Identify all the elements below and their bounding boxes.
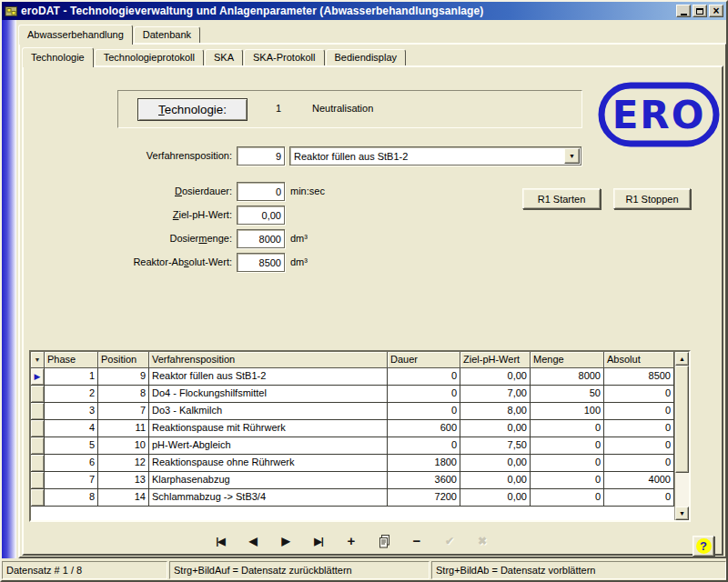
- cell-menge[interactable]: 0: [531, 437, 604, 455]
- ziel-ph-wert-input[interactable]: [237, 206, 285, 225]
- cell-absolut[interactable]: 0: [604, 420, 674, 437]
- table-row[interactable]: 814Schlammabzug -> StB3/472000,0000: [31, 489, 674, 507]
- cell-position[interactable]: 13: [98, 472, 149, 489]
- r1-starten-button[interactable]: R1 Starten: [522, 188, 601, 209]
- cell-absolut[interactable]: 8500: [604, 368, 674, 386]
- nav-post-button[interactable]: ✔: [433, 533, 466, 551]
- table-row[interactable]: 37Do3 - Kalkmilch08,001000: [31, 403, 674, 420]
- cell-ziel-ph-wert[interactable]: 0,00: [460, 368, 531, 386]
- cell-verfahrensposition[interactable]: Do4 - Flockungshilfsmittel: [149, 386, 388, 403]
- dosierdauer-input[interactable]: [237, 182, 285, 201]
- cell-verfahrensposition[interactable]: Schlammabzug -> StB3/4: [149, 489, 388, 507]
- column-header-dauer[interactable]: Dauer: [388, 352, 460, 368]
- cell-menge[interactable]: 50: [531, 386, 604, 403]
- cell-menge[interactable]: 8000: [531, 368, 604, 386]
- cell-phase[interactable]: 7: [45, 472, 98, 489]
- column-header-menge[interactable]: Menge: [531, 352, 604, 368]
- cell-menge[interactable]: 100: [531, 403, 604, 420]
- cell-dauer[interactable]: 7200: [388, 489, 460, 507]
- dosiermenge-input[interactable]: [237, 229, 285, 248]
- column-header-position[interactable]: Position: [98, 352, 149, 368]
- nav-copy-button[interactable]: [368, 533, 400, 551]
- cell-ziel-ph-wert[interactable]: 7,50: [460, 437, 531, 455]
- nav-first-button[interactable]: |◀: [204, 533, 237, 551]
- cell-dauer[interactable]: 0: [388, 403, 460, 420]
- subtab-ska-protokoll[interactable]: SKA-Protokoll: [244, 49, 324, 65]
- cell-phase[interactable]: 5: [45, 437, 98, 455]
- cell-ziel-ph-wert[interactable]: 0,00: [460, 489, 531, 507]
- scroll-down-button[interactable]: ▼: [675, 507, 689, 520]
- cell-phase[interactable]: 2: [45, 386, 98, 403]
- scroll-up-button[interactable]: ▲: [675, 352, 689, 366]
- subtab-bediendisplay[interactable]: Bediendisplay: [326, 49, 407, 65]
- cell-position[interactable]: 8: [98, 386, 149, 403]
- table-row[interactable]: ▶19Reaktor füllen aus StB1-200,008000850…: [31, 368, 674, 386]
- cell-menge[interactable]: 0: [531, 489, 604, 507]
- help-button[interactable]: ?: [693, 536, 714, 557]
- column-header-absolut[interactable]: Absolut: [604, 352, 674, 368]
- cell-absolut[interactable]: 0: [604, 455, 674, 472]
- cell-verfahrensposition[interactable]: Do3 - Kalkmilch: [149, 403, 388, 420]
- cell-ziel-ph-wert[interactable]: 0,00: [460, 472, 531, 489]
- cell-ziel-ph-wert[interactable]: 8,00: [460, 403, 531, 420]
- tab-datenbank[interactable]: Datenbank: [134, 26, 200, 43]
- combobox-dropdown-button[interactable]: ▼: [564, 148, 580, 164]
- cell-absolut[interactable]: 0: [604, 437, 674, 455]
- cell-menge[interactable]: 0: [531, 455, 604, 472]
- cell-ziel-ph-wert[interactable]: 0,00: [460, 420, 531, 437]
- nav-prior-button[interactable]: ◀: [237, 533, 269, 551]
- cell-phase[interactable]: 8: [45, 489, 98, 507]
- verfahrensposition-input[interactable]: [237, 146, 285, 166]
- cell-dauer[interactable]: 0: [388, 437, 460, 455]
- cell-menge[interactable]: 0: [531, 472, 604, 489]
- cell-phase[interactable]: 1: [45, 368, 98, 386]
- cell-phase[interactable]: 6: [45, 455, 98, 472]
- nav-delete-button[interactable]: −: [400, 533, 433, 551]
- verfahrensposition-combobox[interactable]: Reaktor füllen aus StB1-2 ▼: [289, 146, 581, 166]
- table-row[interactable]: 612Reaktionspause ohne Rührwerk18000,000…: [31, 455, 674, 472]
- cell-absolut[interactable]: 4000: [604, 472, 674, 489]
- technologie-button[interactable]: Technologie:: [137, 98, 248, 121]
- cell-position[interactable]: 14: [98, 489, 149, 507]
- cell-ziel-ph-wert[interactable]: 0,00: [460, 455, 531, 472]
- cell-absolut[interactable]: 0: [604, 403, 674, 420]
- cell-absolut[interactable]: 0: [604, 386, 674, 403]
- cell-absolut[interactable]: 0: [604, 489, 674, 507]
- cell-position[interactable]: 11: [98, 420, 149, 437]
- cell-phase[interactable]: 3: [45, 403, 98, 420]
- cell-dauer[interactable]: 3600: [388, 472, 460, 489]
- nav-insert-button[interactable]: +: [335, 533, 368, 551]
- r1-stoppen-button[interactable]: R1 Stoppen: [613, 188, 691, 209]
- titlebar[interactable]: eroDAT - Technologieverwaltung und Anlag…: [2, 2, 726, 20]
- cell-verfahrensposition[interactable]: Reaktionspause mit Rührwerk: [149, 420, 388, 437]
- table-row[interactable]: 713Klarphasenabzug36000,0004000: [31, 472, 674, 489]
- nav-last-button[interactable]: ▶|: [302, 533, 335, 551]
- cell-position[interactable]: 12: [98, 455, 149, 472]
- reaktor-absolut-wert-input[interactable]: [237, 253, 285, 272]
- cell-verfahrensposition[interactable]: Klarphasenabzug: [149, 472, 388, 489]
- table-row[interactable]: 411Reaktionspause mit Rührwerk6000,0000: [31, 420, 674, 437]
- column-header-ziel-ph-wert[interactable]: Ziel-pH-Wert: [460, 352, 531, 368]
- cell-menge[interactable]: 0: [531, 420, 604, 437]
- column-header-phase[interactable]: Phase: [45, 352, 98, 368]
- cell-position[interactable]: 7: [98, 403, 149, 420]
- cell-dauer[interactable]: 600: [388, 420, 460, 437]
- subtab-technologieprotokoll[interactable]: Technologieprotokoll: [95, 49, 204, 65]
- cell-verfahrensposition[interactable]: pH-Wert-Abgleich: [149, 437, 388, 455]
- cell-dauer[interactable]: 1800: [388, 455, 460, 472]
- cell-position[interactable]: 10: [98, 437, 149, 455]
- cell-verfahrensposition[interactable]: Reaktionspause ohne Rührwerk: [149, 455, 388, 472]
- tab-abwasserbehandlung[interactable]: Abwasserbehandlung: [18, 25, 133, 45]
- nav-next-button[interactable]: ▶: [269, 533, 302, 551]
- minimize-button[interactable]: [676, 5, 691, 17]
- cell-dauer[interactable]: 0: [388, 368, 460, 386]
- table-row[interactable]: 28Do4 - Flockungshilfsmittel07,00500: [31, 386, 674, 403]
- cell-verfahrensposition[interactable]: Reaktor füllen aus StB1-2: [149, 368, 388, 386]
- subtab-technologie[interactable]: Technologie: [22, 47, 94, 67]
- table-row[interactable]: 510pH-Wert-Abgleich07,5000: [31, 437, 674, 455]
- grid-vertical-scrollbar[interactable]: ▲ ▼: [674, 352, 689, 520]
- maximize-button[interactable]: [693, 5, 707, 17]
- column-header-verfahrensposition[interactable]: Verfahrensposition: [149, 352, 388, 368]
- subtab-ska[interactable]: SKA: [205, 49, 243, 65]
- cell-position[interactable]: 9: [98, 368, 149, 386]
